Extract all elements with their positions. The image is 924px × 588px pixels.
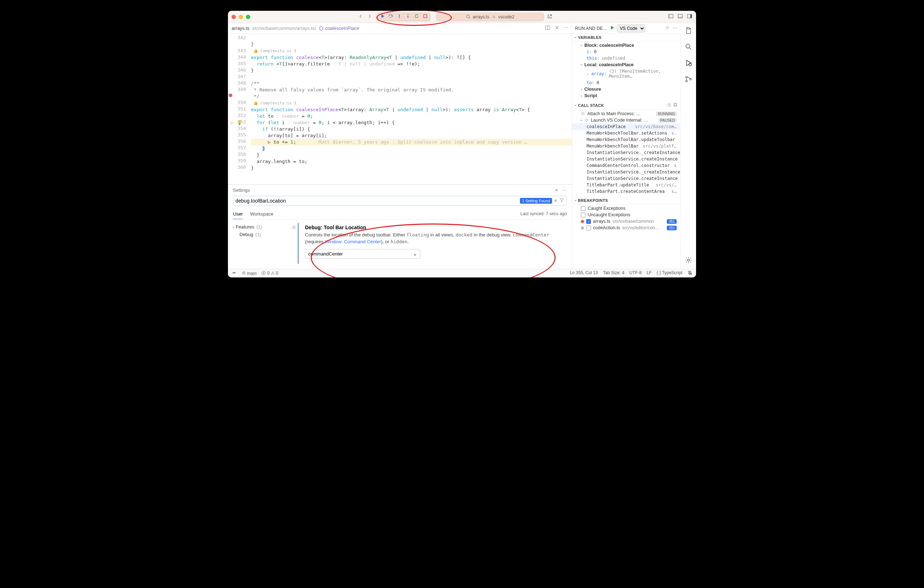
svg-point-1 [399, 17, 400, 18]
problems-button[interactable]: ⓧ 0 ⚠ 0 [261, 270, 278, 277]
command-center[interactable]: arrays.ts vscode2 [436, 13, 544, 21]
vscode-window: arrays.ts vscode2 arrays.ts src/vs/base/… [228, 11, 696, 277]
scope-user-tab[interactable]: User [233, 209, 243, 219]
settings-more-button[interactable]: ⋯ [562, 188, 567, 193]
scope-local[interactable]: Local: coalesceInPlace [572, 61, 680, 68]
debug-view-title: RUN AND DE… [575, 26, 607, 31]
scope-script[interactable]: Script [572, 92, 680, 99]
language-mode[interactable]: { } TypeScript [657, 270, 682, 277]
minimize-window-button[interactable] [239, 15, 243, 19]
bp-uncaught[interactable]: Uncaught Exceptions [572, 212, 680, 218]
debug-stop-button[interactable] [423, 14, 428, 20]
nav-forward-button[interactable] [367, 14, 372, 20]
activity-bar: 4 [680, 23, 696, 269]
stack-frame[interactable]: InstantiationService._createInstance [572, 169, 680, 175]
close-window-button[interactable] [231, 15, 236, 19]
svg-rect-10 [678, 16, 682, 18]
toggle-panel-button[interactable] [677, 13, 683, 20]
timer-icon[interactable] [667, 102, 672, 107]
svg-rect-12 [690, 15, 692, 18]
notifications-button[interactable] [687, 270, 693, 277]
branch-button[interactable]: main [242, 271, 256, 276]
scope-block[interactable]: Block: coalesceInPlace [572, 42, 680, 49]
breadcrumb-path[interactable]: src/vs/base/common/arrays.ts/ [252, 26, 316, 31]
breakpoints-header[interactable]: BREAKPOINTS [572, 197, 680, 204]
titlebar: arrays.ts vscode2 [228, 11, 696, 23]
code-editor[interactable]: ▷ 💡 342343344345346347348349350351352353… [228, 34, 572, 184]
cursor-position[interactable]: Ln 355, Col 13 [570, 270, 598, 277]
nav-back-button[interactable] [358, 14, 363, 20]
tree-debug[interactable]: Debug (1) [233, 231, 290, 238]
setting-dropdown[interactable]: commandCenter ⌄ [305, 249, 420, 259]
stack-frame[interactable]: InstantiationService._createInstance [572, 149, 680, 156]
remote-button[interactable] [231, 270, 237, 277]
explorer-tab[interactable] [685, 26, 693, 36]
settings-close-button[interactable]: ✕ [554, 188, 558, 193]
encoding[interactable]: UTF-8 [629, 270, 642, 277]
stack-frame[interactable]: TitlebarPart.createContentAreas… [572, 188, 680, 195]
source-control-tab[interactable] [685, 75, 693, 84]
bp-file-2[interactable]: codeAction.ts src/vs/editor/con…161 [572, 224, 680, 231]
open-external-button[interactable] [547, 14, 553, 20]
run-debug-tab[interactable]: 4 [685, 59, 693, 68]
variables-header[interactable]: VARIABLES [572, 34, 680, 41]
debug-settings-gear[interactable] [665, 25, 670, 31]
svg-point-6 [494, 17, 495, 18]
toggle-primary-sidebar-button[interactable] [668, 13, 674, 20]
split-editor-button[interactable] [545, 25, 551, 32]
copy-icon[interactable] [673, 102, 677, 107]
clear-search-button[interactable]: ≡ [554, 198, 557, 203]
command-center-workspace: vscode2 [498, 15, 515, 20]
stack-frame[interactable]: coalesceInPlace src/vs/base/com… [572, 124, 680, 130]
tab-filename[interactable]: arrays.ts [231, 26, 249, 31]
breadcrumb-symbol[interactable]: coalesceInPlace [319, 26, 360, 31]
setting-title: Debug: Tool Bar Location [305, 224, 563, 230]
debug-continue-button[interactable] [380, 14, 384, 20]
tab-more-button[interactable]: ⋯ [564, 25, 568, 32]
line-gutter: 3423433443453463473483493503513523533543… [228, 34, 249, 171]
settings-sync-status: Last synced: 7 secs ago [520, 209, 567, 219]
manage-button[interactable] [685, 256, 693, 265]
maximize-window-button[interactable] [246, 15, 250, 19]
thread-1[interactable]: Attach to Main Process: …RUNNING [572, 110, 680, 117]
stack-frame[interactable]: CommandCenterControl.constructors [572, 162, 680, 169]
debug-step-over-button[interactable] [388, 14, 393, 20]
stack-frame[interactable]: MenuWorkbenchToolBar.setActionss. [572, 130, 680, 137]
tree-features[interactable]: Features (1) [233, 223, 290, 231]
breadcrumb-row: arrays.ts src/vs/base/common/arrays.ts/ … [228, 23, 572, 34]
debug-config-select[interactable]: VS Code [617, 25, 645, 32]
scope-closure[interactable]: Closure [572, 86, 680, 92]
start-debug-button[interactable] [610, 25, 615, 31]
bp-caught[interactable]: Caught Exceptions [572, 205, 680, 212]
callstack-toolbar [667, 102, 677, 108]
svg-point-24 [686, 80, 687, 82]
toggle-secondary-sidebar-button[interactable] [687, 13, 693, 20]
stack-frame[interactable]: MenuWorkbenchToolBarsrc/vs/platf… [572, 143, 680, 149]
debug-sidebar: RUN AND DE… VS Code ⋯ VARIABLES Block: c… [572, 23, 680, 269]
callstack-header[interactable]: CALL STACK [572, 101, 680, 110]
settings-search-input[interactable] [236, 198, 518, 204]
gear-icon[interactable] [291, 224, 297, 231]
debug-step-into-button[interactable] [397, 14, 402, 20]
lock-icon [242, 271, 246, 275]
settings-title: Settings [233, 188, 250, 193]
stack-frame[interactable]: InstantiationService.createInstance [572, 175, 680, 182]
setting-link[interactable]: Window: Command Center [325, 239, 381, 244]
tab-size[interactable]: Tab Size: 4 [603, 270, 624, 277]
thread-2[interactable]: Launch VS Code Internal: …PAUSED [572, 117, 680, 124]
debug-step-out-button[interactable] [406, 14, 411, 20]
bug-icon [581, 112, 585, 116]
stack-frame[interactable]: MenuWorkbenchToolBar.updateToolbar [572, 137, 680, 143]
bp-file-1[interactable]: ✓arrays.ts src/vs/base/common351 [572, 218, 680, 224]
close-tab-button[interactable] [554, 25, 560, 32]
debug-more-button[interactable]: ⋯ [673, 25, 677, 31]
svg-rect-17 [674, 104, 676, 106]
eol[interactable]: LF [647, 270, 652, 277]
scope-workspace-tab[interactable]: Workspace [250, 209, 273, 219]
filter-settings-button[interactable] [559, 198, 564, 204]
search-tab[interactable] [685, 43, 693, 52]
stack-frame[interactable]: InstantiationService.createInstance [572, 156, 680, 162]
stack-frame[interactable]: TitlebarPart.updateTitlesrc/vs/… [572, 182, 680, 188]
variables-body: Block: coalesceInPlace i: 0 this: undefi… [572, 41, 680, 101]
debug-restart-button[interactable] [414, 14, 419, 20]
